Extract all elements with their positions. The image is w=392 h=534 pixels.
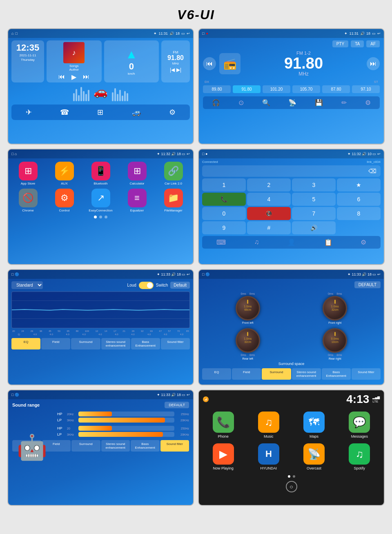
key-star[interactable]: ★ (337, 178, 381, 191)
station-4[interactable]: 105.70 (292, 85, 320, 93)
keypad-icon[interactable]: ⌨ (213, 238, 229, 247)
stab-bass[interactable]: Bass Enhancement (322, 368, 351, 380)
save-icon[interactable]: 💾 (312, 98, 325, 107)
carplay-hyundai[interactable]: H HYUNDAI (248, 443, 289, 470)
phone-icon[interactable]: ☎ (56, 107, 73, 118)
lp-track-1[interactable] (78, 418, 174, 423)
tab-stereo[interactable]: Stereo sound enhancement (101, 338, 130, 349)
station-1[interactable]: 89.80 (203, 85, 231, 93)
r7tab-surround[interactable]: Surround (71, 440, 100, 452)
end-call-button[interactable]: 📵 (247, 207, 291, 220)
lp-track-2[interactable] (78, 432, 174, 437)
play-button[interactable]: ▶ (71, 73, 76, 81)
station-6[interactable]: 97.10 (352, 85, 380, 93)
surround-default-btn[interactable]: DEFAULT (354, 281, 381, 288)
key-hash[interactable]: # (247, 221, 291, 234)
key-5[interactable]: 5 (292, 193, 336, 206)
toggle-icon[interactable]: ⊙ (236, 98, 246, 107)
tab-field[interactable]: Field (41, 338, 70, 349)
aux-icon: ⚡ (55, 162, 74, 180)
rear-left-knob[interactable]: 1.0ms32cm (236, 328, 260, 353)
screen-equalizer: □ 🔵 ✦ 11:33 🔊 18 ▭ ↩ Standard Loud Switc… (7, 269, 194, 385)
carplay-phone[interactable]: 📞 Phone (203, 412, 243, 438)
key-6[interactable]: 6 (337, 193, 381, 206)
front-right-knob[interactable]: 1.0ms32cm (323, 296, 347, 320)
carplay-music[interactable]: ♫ Music (248, 412, 289, 438)
carplay-home-btn[interactable]: ○ (286, 481, 297, 492)
music-nav-icon[interactable]: ♫ (251, 238, 262, 247)
gear-icon[interactable]: ⚙ (363, 98, 373, 107)
call-log-icon[interactable]: 📋 (321, 238, 336, 247)
contacts-icon[interactable]: 👤 (284, 238, 299, 247)
search-icon[interactable]: 🔍 (260, 98, 273, 107)
app-filemanager[interactable]: 📁 FileManager (157, 189, 190, 212)
headphone-icon[interactable]: 🎧 (209, 98, 223, 107)
app-bluetooth[interactable]: 📱 Bluetooth (84, 162, 117, 185)
prev-button[interactable]: ⏮ (58, 73, 65, 81)
ta-button[interactable]: TA (351, 40, 364, 47)
carplay-spotify[interactable]: ♫ Spotify (339, 443, 380, 470)
pty-button[interactable]: PTY (332, 40, 348, 47)
key-8[interactable]: 8 (337, 207, 381, 220)
app-equalizer[interactable]: ≡ Equalizer (120, 189, 154, 212)
apps-icon[interactable]: ⊞ (93, 107, 107, 118)
carplay-maps[interactable]: 🗺 Maps (294, 412, 334, 438)
stab-filter[interactable]: Sound filter (352, 368, 381, 380)
radio2-icon[interactable]: 📡 (286, 98, 299, 107)
car-icon-btn[interactable]: 🚙 (128, 107, 145, 118)
status-7: ✦ 11:33 🔊 18 ▭ ↩ (157, 393, 190, 397)
carplay-overcast[interactable]: 📡 Overcast (294, 443, 334, 470)
hp-track-1[interactable] (78, 412, 174, 416)
volume-key[interactable]: 🔊 (292, 221, 336, 234)
app-calculator[interactable]: ⊞ Calculator (120, 162, 154, 185)
loud-toggle[interactable] (139, 282, 154, 289)
af-button[interactable]: AF (366, 40, 380, 47)
key-4[interactable]: 4 (247, 193, 291, 206)
app-carlink[interactable]: 🔗 Car Link 2.0 (157, 162, 190, 185)
eq-preset-select[interactable]: Standard (11, 281, 43, 289)
stab-eq[interactable]: EQ (202, 368, 231, 380)
carplay-messages[interactable]: 💬 Messages (339, 412, 380, 438)
key-9[interactable]: 9 (202, 221, 246, 234)
default-button[interactable]: Default (170, 282, 190, 289)
r7tab-bass[interactable]: Bass Enhancement (131, 440, 160, 452)
station-5[interactable]: 87.80 (322, 85, 350, 93)
station-3[interactable]: 101.20 (263, 85, 290, 93)
front-left-knob[interactable]: 1.0ms68cm (236, 296, 260, 320)
tab-filter[interactable]: Sound filter (161, 338, 190, 349)
fm-prev[interactable]: |◀ (170, 67, 175, 73)
r7tab-filter[interactable]: Sound filter (160, 440, 189, 452)
hp-track-2[interactable] (78, 426, 174, 431)
key-2[interactable]: 2 (247, 178, 291, 191)
settings-icon[interactable]: ⚙ (165, 107, 180, 118)
tab-surround[interactable]: Surround (71, 338, 100, 349)
stab-surround[interactable]: Surround (262, 368, 291, 380)
app-store[interactable]: ⊞ App Store (11, 162, 45, 185)
call-button[interactable]: 📞 (202, 193, 246, 206)
fm-prev-btn[interactable]: ⏮ (203, 57, 216, 70)
stab-stereo[interactable]: Stereo sound enhancement (292, 368, 321, 380)
stab-field[interactable]: Field (232, 368, 261, 380)
tab-eq[interactable]: EQ (11, 338, 40, 349)
next-button[interactable]: ⏭ (83, 73, 89, 81)
edit-icon[interactable]: ✏ (339, 98, 349, 107)
nav-icon[interactable]: ✈ (22, 107, 36, 118)
fm-next-btn[interactable]: ⏭ (367, 57, 380, 70)
station-2[interactable]: 91.80 (233, 85, 261, 93)
carplay-nowplaying[interactable]: ▶ Now Playing (203, 443, 243, 470)
app-control[interactable]: ⚙ Control (48, 189, 81, 212)
delete-button[interactable]: ⌫ (368, 168, 376, 174)
sound-range-default[interactable]: DEFAULT (165, 402, 189, 408)
key-1[interactable]: 1 (202, 178, 246, 191)
key-0[interactable]: 0 (202, 207, 246, 220)
app-chrome[interactable]: 🚫 Chrome (11, 189, 45, 212)
rear-right-knob[interactable]: 0.0ms10cm (323, 328, 347, 353)
app-easyconnection[interactable]: ↗ EasyConnection (84, 189, 117, 212)
tab-bass[interactable]: Bass Enhancement (131, 338, 160, 349)
key-7[interactable]: 7 (292, 207, 336, 220)
key-3[interactable]: 3 (292, 178, 336, 191)
fm-next[interactable]: ▶| (176, 67, 181, 73)
r7tab-stereo[interactable]: Stereo sound enhancement (101, 440, 130, 452)
app-aux[interactable]: ⚡ AUX (48, 162, 81, 185)
settings-nav-icon[interactable]: ⚙ (357, 238, 370, 247)
